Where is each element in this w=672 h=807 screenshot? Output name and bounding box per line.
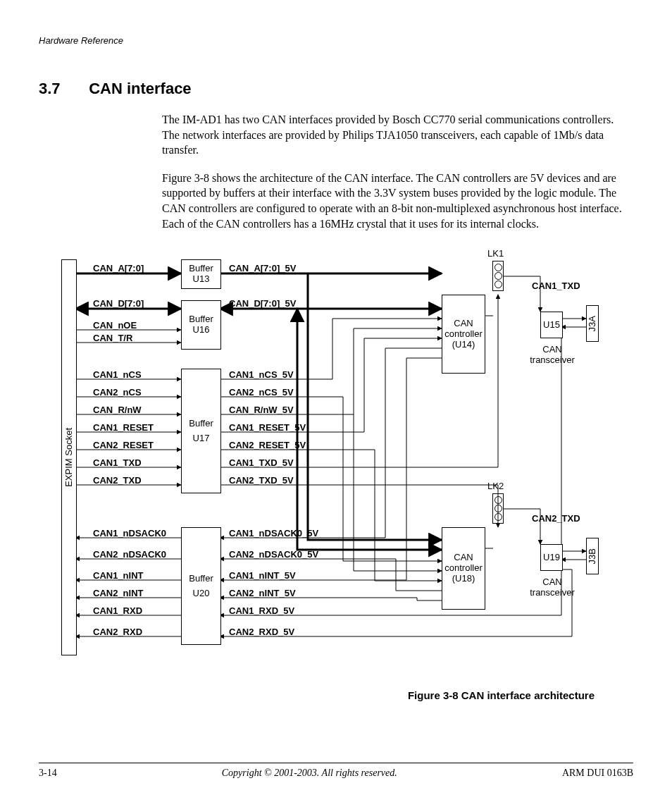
can-controller-u14-l3: (U14) xyxy=(452,340,475,350)
can-controller-u14-l2: controller xyxy=(444,329,482,340)
can-controller-u14: CAN controller (U14) xyxy=(442,295,485,374)
connector-j3b-label: J3B xyxy=(587,548,598,564)
sig-can1-ndsack0-5v: CAN1_nDSACK0_5V xyxy=(229,528,318,538)
buffer-u20-ref: U20 xyxy=(193,589,210,599)
figure-can-architecture: EXPIM Socket Buffer U13 Buffer U16 Buffe… xyxy=(47,245,625,682)
expim-socket: EXPIM Socket xyxy=(61,259,77,655)
sig-can-rnw: CAN_R/nW xyxy=(93,405,142,415)
sig-can2-nint-5v: CAN2_nINT_5V xyxy=(229,588,296,598)
can1-txd-out-label: CAN1_TXD xyxy=(532,281,580,291)
sig-can1-rxd-5v: CAN1_RXD_5V xyxy=(229,605,294,616)
sig-can1-reset-5v: CAN1_RESET_5V xyxy=(229,422,306,433)
sig-can-d-5v: CAN_D[7:0]_5V xyxy=(229,298,296,309)
buffer-u17-ref: U17 xyxy=(193,433,210,444)
expim-socket-label: EXPIM Socket xyxy=(64,428,75,487)
transceiver-u19: U19 xyxy=(540,544,563,571)
buffer-u16: Buffer U16 xyxy=(181,300,221,350)
connector-j3a-label: J3A xyxy=(587,316,598,331)
sig-can-a-5v: CAN_A[7:0]_5V xyxy=(229,263,296,273)
section-title: CAN interface xyxy=(89,80,191,97)
jumper-lk1-label: LK1 xyxy=(487,248,504,259)
can2-txd-out-label: CAN2_TXD xyxy=(532,513,580,524)
sig-can-rnw-5v: CAN_R/nW_5V xyxy=(229,405,294,415)
buffer-u16-ref: U16 xyxy=(193,325,210,335)
sig-can2-rxd-5v: CAN2_RXD_5V xyxy=(229,627,294,637)
can-controller-u18-l2: controller xyxy=(444,563,482,574)
transceiver-u19-ref: U19 xyxy=(543,553,560,563)
buffer-u20-title: Buffer xyxy=(189,574,213,584)
buffer-u16-title: Buffer xyxy=(189,314,213,325)
transceiver-u15-label: CANtransceiver xyxy=(528,344,577,365)
sig-can2-ndsack0: CAN2_nDSACK0 xyxy=(93,549,166,560)
footer-copyright: Copyright © 2001-2003. All rights reserv… xyxy=(57,768,562,779)
figure-caption: Figure 3-8 CAN interface architecture xyxy=(408,689,595,701)
jumper-lk2-label: LK2 xyxy=(487,481,504,491)
running-head: Hardware Reference xyxy=(39,35,633,46)
section-para-1: The IM-AD1 has two CAN interfaces provid… xyxy=(162,112,633,158)
transceiver-u19-label: CANtransceiver xyxy=(528,577,577,598)
sig-can2-ndsack0-5v: CAN2_nDSACK0_5V xyxy=(229,549,318,560)
sig-can2-txd-5v: CAN2_TXD_5V xyxy=(229,475,294,486)
sig-can1-ndsack0: CAN1_nDSACK0 xyxy=(93,528,166,538)
transceiver-u15: U15 xyxy=(540,312,563,338)
sig-can1-nint-5v: CAN1_nINT_5V xyxy=(229,570,296,581)
section-number: 3.7 xyxy=(39,80,85,98)
sig-can2-nint: CAN2_nINT xyxy=(93,588,144,598)
section-para-2: Figure 3-8 shows the architecture of the… xyxy=(162,171,633,231)
section-heading: 3.7 CAN interface xyxy=(39,80,633,98)
sig-can1-reset: CAN1_RESET xyxy=(93,422,154,433)
connector-j3b: J3B xyxy=(586,538,599,574)
jumper-lk1 xyxy=(492,261,504,291)
buffer-u20: Buffer U20 xyxy=(181,527,221,645)
buffer-u17: Buffer U17 xyxy=(181,369,221,493)
sig-can2-ncs-5v: CAN2_nCS_5V xyxy=(229,387,294,398)
sig-can-a: CAN_A[7:0] xyxy=(93,263,144,273)
sig-can1-rxd: CAN1_RXD xyxy=(93,605,142,616)
jumper-lk2 xyxy=(492,493,504,524)
sig-can2-reset: CAN2_RESET xyxy=(93,440,154,450)
buffer-u13-ref: U13 xyxy=(193,274,210,285)
sig-can-tr: CAN_T/R xyxy=(93,333,132,343)
can-controller-u18: CAN controller (U18) xyxy=(442,527,485,610)
footer-doc-id: ARM DUI 0163B xyxy=(562,768,633,779)
sig-can-d: CAN_D[7:0] xyxy=(93,298,144,309)
sig-can1-nint: CAN1_nINT xyxy=(93,570,144,581)
can-controller-u18-l1: CAN xyxy=(454,553,473,563)
sig-can1-txd: CAN1_TXD xyxy=(93,457,142,468)
sig-can2-rxd: CAN2_RXD xyxy=(93,627,142,637)
buffer-u17-title: Buffer xyxy=(189,419,213,429)
transceiver-u15-ref: U15 xyxy=(543,320,560,331)
sig-can2-txd: CAN2_TXD xyxy=(93,475,142,486)
page-footer: 3-14 Copyright © 2001-2003. All rights r… xyxy=(39,763,633,779)
sig-can2-reset-5v: CAN2_RESET_5V xyxy=(229,440,306,450)
buffer-u13-title: Buffer xyxy=(189,264,213,274)
sig-can2-ncs: CAN2_nCS xyxy=(93,387,142,398)
sig-can-noe: CAN_nOE xyxy=(93,320,137,331)
sig-can1-ncs-5v: CAN1_nCS_5V xyxy=(229,369,294,380)
can-controller-u14-l1: CAN xyxy=(454,319,473,329)
footer-page-number: 3-14 xyxy=(39,768,57,779)
sig-can1-ncs: CAN1_nCS xyxy=(93,369,142,380)
buffer-u13: Buffer U13 xyxy=(181,259,221,289)
sig-can1-txd-5v: CAN1_TXD_5V xyxy=(229,457,294,468)
connector-j3a: J3A xyxy=(586,305,599,342)
can-controller-u18-l3: (U18) xyxy=(452,574,475,584)
